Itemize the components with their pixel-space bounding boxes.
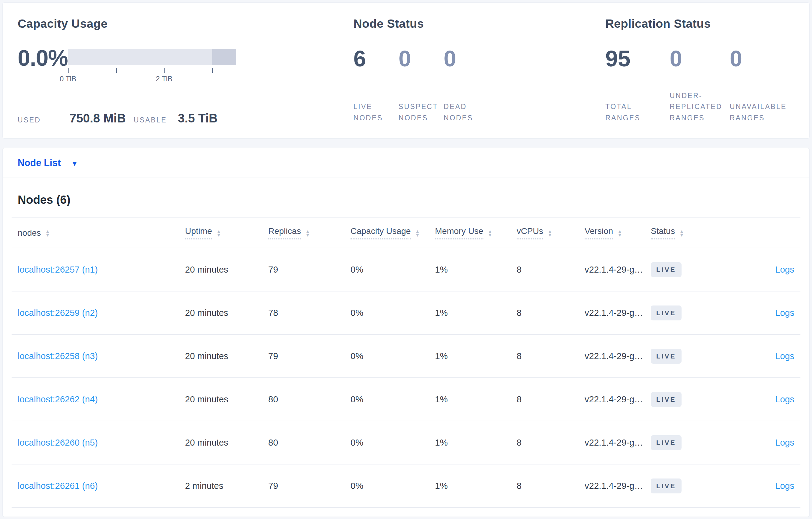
node-list-dropdown[interactable]: Node List ▼ [3,148,809,178]
sort-icon: ▲▼ [415,229,420,237]
nodes-table-section: Nodes (6) nodes ▲▼ Uptime ▲▼ Replicas ▲▼… [3,193,809,508]
capacity-usage-cell: 0% [350,438,435,448]
column-header-status[interactable]: Status ▲▼ [651,226,737,239]
sort-icon: ▲▼ [306,229,310,237]
total-ranges-label: TOTAL RANGES [605,101,665,124]
axis-tick [164,68,165,73]
column-header-replicas[interactable]: Replicas ▲▼ [268,226,350,239]
usable-label: USABLE [134,116,178,124]
node-status-section: Node Status 6 LIVE NODES 0 SUSPECT NODES… [354,17,605,125]
suspect-nodes-count: 0 [399,48,439,70]
table-row: localhost:26261 (n6) 2 minutes 79 0% 1% … [11,464,801,508]
unavailable-ranges-label: UNAVAILABLE RANGES [730,101,789,124]
version-cell: v22.1.4-29-g… [585,481,651,491]
memory-use-cell: 1% [435,351,517,361]
column-header-capacity-usage[interactable]: Capacity Usage ▲▼ [350,226,435,239]
sort-icon: ▲▼ [46,229,50,237]
used-value: 750.8 MiB [69,112,126,125]
vcpus-cell: 8 [517,351,585,361]
logs-link[interactable]: Logs [775,438,794,448]
column-header-vcpus[interactable]: vCPUs ▲▼ [517,226,585,239]
node-link[interactable]: localhost:26262 (n4) [18,394,98,404]
version-cell: v22.1.4-29-g… [585,438,651,448]
logs-link[interactable]: Logs [775,394,794,404]
axis-tick [116,68,117,73]
replicas-cell: 79 [268,481,350,491]
node-link[interactable]: localhost:26260 (n5) [18,438,98,448]
vcpus-cell: 8 [517,265,585,275]
used-label: USED [18,116,69,124]
column-header-nodes[interactable]: nodes ▲▼ [18,228,185,238]
table-row: localhost:26259 (n2) 20 minutes 78 0% 1%… [11,292,801,335]
logs-link[interactable]: Logs [775,481,794,491]
node-list-card: Node List ▼ Nodes (6) nodes ▲▼ Uptime ▲▼… [2,148,810,517]
capacity-bar-axis: 0 TiB 2 TiB [68,65,236,82]
live-nodes-count: 6 [354,48,394,70]
table-header-row: nodes ▲▼ Uptime ▲▼ Replicas ▲▼ Capacity … [11,217,801,248]
replicas-cell: 78 [268,308,350,318]
memory-use-cell: 1% [435,394,517,404]
memory-use-cell: 1% [435,308,517,318]
sort-icon: ▲▼ [679,229,684,237]
node-link[interactable]: localhost:26257 (n1) [18,265,98,274]
table-row: localhost:26262 (n4) 20 minutes 80 0% 1%… [11,378,801,421]
total-ranges-stat: 95 TOTAL RANGES [605,48,670,124]
nodes-count-title: Nodes (6) [18,193,794,207]
usable-value: 3.5 TiB [178,112,218,125]
under-replicated-ranges-stat: 0 UNDER-REPLICATED RANGES [670,48,730,124]
version-cell: v22.1.4-29-g… [585,308,651,318]
node-link[interactable]: localhost:26258 (n3) [18,351,98,361]
table-row: localhost:26258 (n3) 20 minutes 79 0% 1%… [11,335,801,378]
uptime-cell: 20 minutes [185,265,268,275]
vcpus-cell: 8 [517,438,585,448]
uptime-cell: 20 minutes [185,438,268,448]
suspect-nodes-label: SUSPECT NODES [399,101,439,124]
sort-icon: ▲▼ [548,229,552,237]
memory-use-cell: 1% [435,438,517,448]
vcpus-cell: 8 [517,394,585,404]
replicas-cell: 79 [268,351,350,361]
column-header-uptime[interactable]: Uptime ▲▼ [185,226,268,239]
node-link[interactable]: localhost:26261 (n6) [18,481,98,491]
axis-tick-label: 2 TiB [156,74,173,83]
version-cell: v22.1.4-29-g… [585,351,651,361]
unavailable-ranges-count: 0 [730,48,789,70]
capacity-bar-track [68,49,236,65]
replicas-cell: 80 [268,394,350,404]
node-link[interactable]: localhost:26259 (n2) [18,308,98,318]
capacity-bar-end-segment [212,49,236,65]
version-cell: v22.1.4-29-g… [585,394,651,404]
column-header-version[interactable]: Version ▲▼ [585,226,651,239]
total-ranges-count: 95 [605,48,665,70]
axis-tick-label: 0 TiB [60,74,77,83]
axis-tick [68,68,68,73]
status-badge: LIVE [651,349,682,364]
column-header-memory-use[interactable]: Memory Use ▲▼ [435,226,517,239]
logs-link[interactable]: Logs [775,308,794,318]
replication-status-title: Replication Status [605,17,794,30]
capacity-usage-cell: 0% [350,308,435,318]
capacity-usage-cell: 0% [350,394,435,404]
replication-status-section: Replication Status 95 TOTAL RANGES 0 UND… [605,17,794,125]
vcpus-cell: 8 [517,481,585,491]
table-row: localhost:26260 (n5) 20 minutes 80 0% 1%… [11,421,801,464]
uptime-cell: 20 minutes [185,351,268,361]
cluster-summary-card: Capacity Usage 0.0% 0 TiB 2 TiB USED 750… [2,2,810,139]
capacity-usage-cell: 0% [350,481,435,491]
capacity-usage-cell: 0% [350,265,435,275]
node-status-title: Node Status [354,17,605,30]
status-badge: LIVE [651,479,682,493]
capacity-usage-cell: 0% [350,351,435,361]
logs-link[interactable]: Logs [775,265,794,274]
sort-icon: ▲▼ [488,229,492,237]
table-row: localhost:26257 (n1) 20 minutes 79 0% 1%… [11,248,801,292]
memory-use-cell: 1% [435,265,517,275]
dead-nodes-label: DEAD NODES [444,101,484,124]
caret-down-icon: ▼ [71,158,78,168]
replicas-cell: 79 [268,265,350,275]
logs-link[interactable]: Logs [775,351,794,361]
status-badge: LIVE [651,262,682,277]
live-nodes-stat: 6 LIVE NODES [354,48,399,124]
dead-nodes-stat: 0 DEAD NODES [444,48,489,124]
capacity-usage-title: Capacity Usage [18,17,354,30]
